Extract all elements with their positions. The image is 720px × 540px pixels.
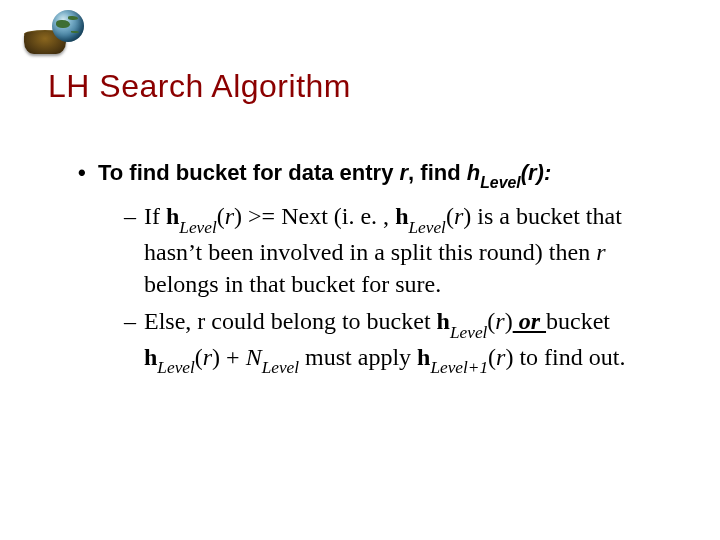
paren: ( — [446, 203, 454, 229]
var-N: N — [246, 344, 262, 370]
h-fn: h — [166, 203, 179, 229]
var-r: r — [203, 344, 212, 370]
text: >= Next (i. e. , — [242, 203, 395, 229]
text: belongs in that bucket for sure. — [144, 271, 441, 297]
logo-icon — [14, 10, 86, 56]
paren: ( — [488, 344, 496, 370]
var-r: r — [495, 308, 504, 334]
h-sub: Level — [480, 174, 520, 191]
paren: ( — [521, 160, 528, 185]
h-fn: h — [417, 344, 430, 370]
text: to find out. — [513, 344, 625, 370]
var-r: r — [596, 239, 605, 265]
var-r: r — [528, 160, 537, 185]
text: To find bucket for data entry — [98, 160, 400, 185]
text: , find — [408, 160, 467, 185]
word-or: or — [513, 308, 546, 334]
h-sub: Level — [157, 358, 194, 377]
h-fn: h — [467, 160, 480, 185]
h-sub: Level+1 — [430, 358, 488, 377]
h-sub: Level — [408, 218, 445, 237]
text: If — [144, 203, 166, 229]
h-fn: h — [437, 308, 450, 334]
text: must apply — [299, 344, 417, 370]
text: + — [220, 344, 246, 370]
h-fn: h — [395, 203, 408, 229]
paren: ( — [217, 203, 225, 229]
bullet-main: To find bucket for data entry r, find hL… — [78, 158, 680, 191]
text: bucket — [546, 308, 610, 334]
slide-title: LH Search Algorithm — [48, 68, 351, 105]
var-r: r — [400, 160, 409, 185]
paren: ) — [234, 203, 242, 229]
paren: ) — [505, 308, 513, 334]
bullet-else: Else, r could belong to bucket hLevel(r)… — [124, 306, 680, 377]
var-r: r — [454, 203, 463, 229]
paren: ) — [537, 160, 544, 185]
text: Else, r could belong to bucket — [144, 308, 437, 334]
paren: ) — [212, 344, 220, 370]
paren: ( — [195, 344, 203, 370]
slide-body: To find bucket for data entry r, find hL… — [78, 158, 680, 383]
colon: : — [544, 160, 551, 185]
N-sub: Level — [262, 358, 299, 377]
slide: LH Search Algorithm To find bucket for d… — [0, 0, 720, 540]
var-r: r — [225, 203, 234, 229]
bullet-if: If hLevel(r) >= Next (i. e. , hLevel(r) … — [124, 201, 680, 300]
h-sub: Level — [179, 218, 216, 237]
h-sub: Level — [450, 323, 487, 342]
h-fn: h — [144, 344, 157, 370]
